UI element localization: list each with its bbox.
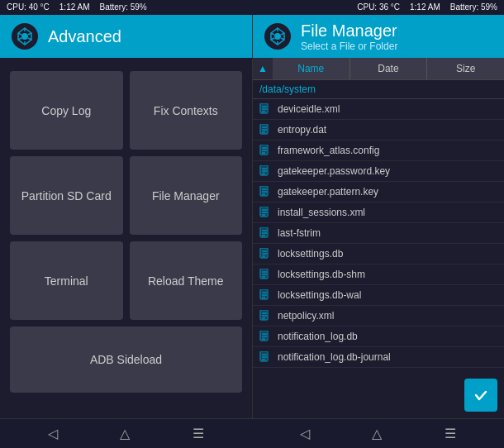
- list-item[interactable]: framework_atlas.config: [253, 141, 504, 161]
- left-menu-icon[interactable]: ☰: [193, 426, 204, 441]
- list-item[interactable]: gatekeeper.password.key: [253, 161, 504, 182]
- svg-point-1: [21, 33, 28, 40]
- reload-theme-button[interactable]: Reload Theme: [130, 241, 243, 320]
- terminal-button[interactable]: Terminal: [10, 241, 123, 320]
- file-icon: [259, 331, 271, 342]
- left-header: Advanced: [0, 15, 252, 58]
- file-name-label: netpolicy.xml: [278, 310, 334, 322]
- right-header: File Manager Select a File or Folder: [253, 15, 504, 58]
- left-logo-icon: [10, 21, 40, 51]
- right-battery-status: Battery: 59%: [450, 2, 497, 13]
- left-panel-title: Advanced: [48, 27, 121, 46]
- left-home-icon[interactable]: △: [120, 426, 130, 441]
- right-cpu-status: CPU: 36 °C: [357, 2, 400, 13]
- adb-sideload-button[interactable]: ADB Sideload: [10, 326, 242, 393]
- file-name-label: notification_log.db-journal: [278, 351, 391, 363]
- list-item[interactable]: locksettings.db-shm: [253, 265, 504, 285]
- right-header-text: File Manager Select a File or Folder: [301, 21, 397, 52]
- left-back-icon[interactable]: ◁: [48, 426, 58, 441]
- file-name-label: entropy.dat: [278, 124, 326, 136]
- svg-point-9: [274, 33, 281, 40]
- file-name-label: gatekeeper.pattern.key: [278, 186, 378, 198]
- list-item[interactable]: gatekeeper.pattern.key: [253, 182, 504, 203]
- file-manager-button[interactable]: File Manager: [130, 156, 243, 235]
- main-content: Advanced Copy Log Fix Contexts Partition…: [0, 15, 504, 418]
- file-icon: [259, 289, 271, 301]
- list-item[interactable]: locksettings.db: [253, 244, 504, 265]
- right-back-icon[interactable]: ◁: [300, 426, 310, 441]
- right-logo-icon: [263, 21, 292, 51]
- sort-by-date-button[interactable]: Date: [349, 58, 427, 79]
- status-bar: CPU: 40 °C 1:12 AM Battery: 59% CPU: 36 …: [0, 0, 504, 15]
- file-name-label: locksettings.db-wal: [278, 289, 361, 301]
- file-icon: [259, 269, 271, 280]
- right-panel: File Manager Select a File or Folder ▲ N…: [252, 15, 504, 418]
- file-name-label: install_sessions.xml: [278, 207, 365, 218]
- list-item[interactable]: install_sessions.xml: [253, 203, 504, 223]
- file-name-label: gatekeeper.password.key: [278, 165, 390, 177]
- file-name-label: framework_atlas.config: [278, 145, 379, 156]
- copy-log-button[interactable]: Copy Log: [10, 71, 123, 150]
- list-item[interactable]: last-fstrim: [253, 223, 504, 244]
- right-time-status: 1:12 AM: [410, 2, 440, 13]
- sort-triangle-icon: ▲: [253, 58, 273, 79]
- file-name-label: locksettings.db: [278, 248, 343, 260]
- left-time-status: 1:12 AM: [59, 2, 90, 13]
- file-icon: [259, 207, 271, 218]
- list-item[interactable]: deviceidle.xml: [253, 99, 504, 120]
- sort-by-name-button[interactable]: Name: [273, 58, 349, 79]
- sort-by-size-button[interactable]: Size: [426, 58, 504, 79]
- file-path[interactable]: /data/system: [253, 80, 504, 99]
- bottom-nav: ◁ △ ☰ ◁ △ ☰: [0, 418, 504, 448]
- checkmark-icon: [473, 387, 489, 403]
- left-bottom-nav: ◁ △ ☰: [0, 418, 252, 448]
- file-icon: [259, 103, 271, 115]
- right-panel-title: File Manager: [301, 21, 397, 41]
- list-item[interactable]: notification_log.db-journal: [253, 347, 504, 368]
- partition-sd-button[interactable]: Partition SD Card: [10, 156, 123, 235]
- status-bar-right: CPU: 36 °C 1:12 AM Battery: 59%: [357, 2, 497, 13]
- status-bar-left: CPU: 40 °C 1:12 AM Battery: 59%: [7, 2, 147, 13]
- right-bottom-nav: ◁ △ ☰: [252, 418, 504, 448]
- right-panel-subtitle: Select a File or Folder: [301, 41, 397, 52]
- fab-container: [464, 379, 497, 412]
- file-icon: [259, 124, 271, 136]
- fix-contexts-button[interactable]: Fix Contexts: [130, 71, 243, 150]
- file-name-label: locksettings.db-shm: [278, 269, 365, 280]
- file-list[interactable]: deviceidle.xml entropy.dat framework_atl…: [253, 99, 504, 418]
- file-icon: [259, 186, 271, 198]
- list-item[interactable]: locksettings.db-wal: [253, 285, 504, 306]
- file-icon: [259, 227, 271, 239]
- left-battery-status: Battery: 59%: [100, 2, 147, 13]
- fab-button[interactable]: [464, 379, 497, 412]
- left-button-grid: Copy Log Fix Contexts Partition SD Card …: [0, 58, 252, 418]
- right-home-icon[interactable]: △: [372, 426, 382, 441]
- left-panel: Advanced Copy Log Fix Contexts Partition…: [0, 15, 252, 418]
- right-menu-icon[interactable]: ☰: [445, 426, 456, 441]
- list-item[interactable]: netpolicy.xml: [253, 306, 504, 326]
- file-icon: [259, 165, 271, 177]
- list-item[interactable]: entropy.dat: [253, 120, 504, 141]
- file-name-label: last-fstrim: [278, 227, 321, 239]
- file-name-label: notification_log.db: [278, 331, 358, 342]
- left-cpu-status: CPU: 40 °C: [7, 2, 50, 13]
- file-icon: [259, 145, 271, 156]
- file-icon: [259, 351, 271, 363]
- file-toolbar: ▲ Name Date Size: [253, 58, 504, 80]
- file-icon: [259, 248, 271, 260]
- file-name-label: deviceidle.xml: [278, 103, 340, 115]
- file-icon: [259, 310, 271, 322]
- list-item[interactable]: notification_log.db: [253, 326, 504, 347]
